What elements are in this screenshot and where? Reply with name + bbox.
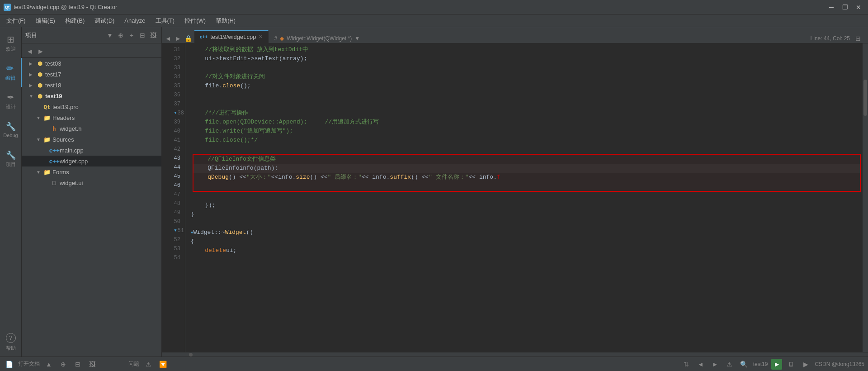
test03-label: test03: [45, 60, 61, 67]
tree-arrow-test19: ▼: [29, 94, 34, 99]
warning-icon[interactable]: ⚠: [724, 359, 735, 370]
tree-arrow-sources: ▼: [36, 137, 42, 142]
statusbar-add-icon[interactable]: ⊕: [58, 359, 69, 370]
connect-icon[interactable]: ⇅: [681, 359, 692, 370]
scrollbar-thumb[interactable]: [863, 80, 867, 116]
line-45: 45: [162, 172, 185, 181]
app-icon: Qt: [4, 4, 11, 11]
sidebar-item-design[interactable]: ✒ 设计: [0, 87, 22, 116]
menu-debug[interactable]: 调试(D): [90, 15, 119, 26]
help-icon: ?: [6, 333, 16, 343]
nav-back-button[interactable]: ◄: [25, 47, 34, 56]
sidebar-item-edit[interactable]: ✏ 编辑: [0, 58, 22, 87]
tree-arrow-test18: ▶: [29, 83, 34, 88]
function-dropdown[interactable]: ▼: [354, 35, 360, 42]
code-line-39: file.open(QIODevice::Append); //用追加方式进行写: [191, 118, 863, 127]
open-doc-label: 打开文档: [18, 360, 40, 368]
file-tree-title: 项目: [25, 31, 37, 39]
line-50: 50: [162, 217, 185, 226]
filter-button[interactable]: 🔽: [157, 359, 168, 370]
code-line-53: delete ui;: [191, 246, 863, 255]
line-32: 32: [162, 54, 185, 63]
line-49: 49: [162, 208, 185, 217]
link-icon[interactable]: ⊕: [116, 31, 125, 40]
welcome-icon: ⊞: [7, 35, 14, 44]
monitor-icon[interactable]: 🖥: [786, 359, 797, 370]
tree-item-test19pro[interactable]: Qt test19.pro: [22, 101, 161, 112]
widgetcpp-label: widget.cpp: [60, 158, 88, 165]
tree-item-forms[interactable]: ▼ 📁 Forms: [22, 166, 161, 177]
search-icon[interactable]: 🔍: [739, 359, 750, 370]
left-sidebar: ⊞ 欢迎 ✏ 编辑 ✒ 设计 🔧 Debug 🔧 项目 ? 帮助: [0, 27, 22, 357]
maximize-button[interactable]: ❐: [839, 2, 851, 12]
tree-item-widgetcpp[interactable]: c++ widget.cpp: [22, 156, 161, 166]
menu-file[interactable]: 文件(F): [2, 15, 30, 26]
tab-close-button[interactable]: ✕: [259, 34, 263, 40]
menu-controls[interactable]: 控件(W): [180, 15, 210, 26]
menu-tools[interactable]: 工具(T): [151, 15, 179, 26]
code-line-46: [193, 182, 860, 191]
tree-item-widgeth[interactable]: h widget.h: [22, 123, 161, 134]
add-icon[interactable]: +: [127, 31, 136, 40]
tab-nav-forward[interactable]: ►: [174, 34, 183, 43]
run-button[interactable]: ▶: [771, 359, 782, 370]
nav-forward-status[interactable]: ►: [710, 359, 721, 370]
sidebar-item-project[interactable]: 🔧 项目: [0, 145, 22, 174]
menu-help[interactable]: 帮助(H): [211, 15, 240, 26]
code-content[interactable]: //将读取到的数据 放入到textDdit中 ui->textEdit->set…: [185, 43, 863, 352]
menubar: 文件(F) 编辑(E) 构建(B) 调试(D) Analyze 工具(T) 控件…: [0, 14, 868, 27]
tab-icon: c++: [200, 34, 208, 39]
sidebar-item-welcome[interactable]: ⊞ 欢迎: [0, 29, 22, 58]
menu-analyze[interactable]: Analyze: [120, 16, 150, 25]
tree-item-test19[interactable]: ▼ ⬢ test19: [22, 90, 161, 101]
tab-lock[interactable]: 🔒: [184, 34, 193, 43]
line-40: 40: [162, 127, 185, 136]
nav-back-status[interactable]: ◄: [695, 359, 706, 370]
tree-arrow-test17: ▶: [29, 72, 34, 77]
sidebar-item-help[interactable]: ? 帮助: [0, 328, 22, 357]
debug-label: Debug: [3, 133, 18, 138]
tree-item-test18[interactable]: ▶ ⬢ test18: [22, 80, 161, 90]
tree-item-test03[interactable]: ▶ ⬢ test03: [22, 58, 161, 69]
image-icon[interactable]: 🖼: [149, 31, 158, 40]
code-line-31: //将读取到的数据 放入到textDdit中: [191, 45, 863, 54]
layout-icon[interactable]: ⊟: [138, 31, 147, 40]
tree-item-test17[interactable]: ▶ ⬢ test17: [22, 69, 161, 80]
statusbar-up-icon[interactable]: ▲: [43, 359, 54, 370]
file-tree-header: 项目 ▼ ⊕ + ⊟ 🖼: [22, 27, 161, 43]
menu-build[interactable]: 构建(B): [61, 15, 89, 26]
hash-symbol: #: [274, 35, 277, 42]
open-doc-button[interactable]: 📄: [4, 359, 14, 370]
line-38: ▼38: [162, 109, 185, 118]
tree-item-widgetui[interactable]: 🗋 widget.ui: [22, 177, 161, 188]
tree-item-headers[interactable]: ▼ 📁 Headers: [22, 112, 161, 123]
line-51: ▼51: [162, 226, 185, 235]
maincpp-file-icon: c++: [51, 147, 58, 154]
widgetui-label: widget.ui: [60, 180, 83, 186]
statusbar-image-icon[interactable]: 🖼: [87, 359, 98, 370]
tree-item-maincpp[interactable]: c++ main.cpp: [22, 145, 161, 156]
menu-edit[interactable]: 编辑(E): [31, 15, 60, 26]
window-title: test19/widget.cpp @ test19 - Qt Creator: [14, 4, 117, 10]
line-44: 44: [162, 163, 185, 172]
code-line-48: });: [191, 201, 863, 210]
test03-icon: ⬢: [36, 60, 43, 67]
sidebar-item-debug[interactable]: 🔧 Debug: [0, 116, 22, 145]
statusbar: 📄 打开文档 ▲ ⊕ ⊟ 🖼 问题 ⚠ 🔽 ⇅ ◄ ► ⚠ 🔍 test19 ▶…: [0, 357, 868, 371]
code-line-42: [191, 145, 863, 154]
tab-nav-back[interactable]: ◄: [164, 34, 173, 43]
tab-widgetcpp[interactable]: c++ test19/widget.cpp ✕: [194, 30, 269, 43]
editor-split-button[interactable]: ⊟: [854, 34, 863, 43]
minimize-button[interactable]: ─: [826, 2, 837, 12]
close-button[interactable]: ✕: [853, 2, 864, 12]
edit-label: 编辑: [5, 75, 15, 81]
nav-forward-button[interactable]: ►: [36, 47, 45, 56]
expand-status-icon[interactable]: ▶: [800, 359, 811, 370]
filter-icon[interactable]: ▼: [105, 31, 114, 40]
vertical-scrollbar[interactable]: [863, 43, 868, 352]
issues-button[interactable]: ⚠: [143, 359, 154, 370]
tree-item-sources[interactable]: ▼ 📁 Sources: [22, 134, 161, 145]
code-line-44: QFileInfo info(path);: [193, 164, 860, 173]
horizontal-scrollbar-thumb[interactable]: [189, 353, 193, 357]
statusbar-layout-icon[interactable]: ⊟: [72, 359, 83, 370]
